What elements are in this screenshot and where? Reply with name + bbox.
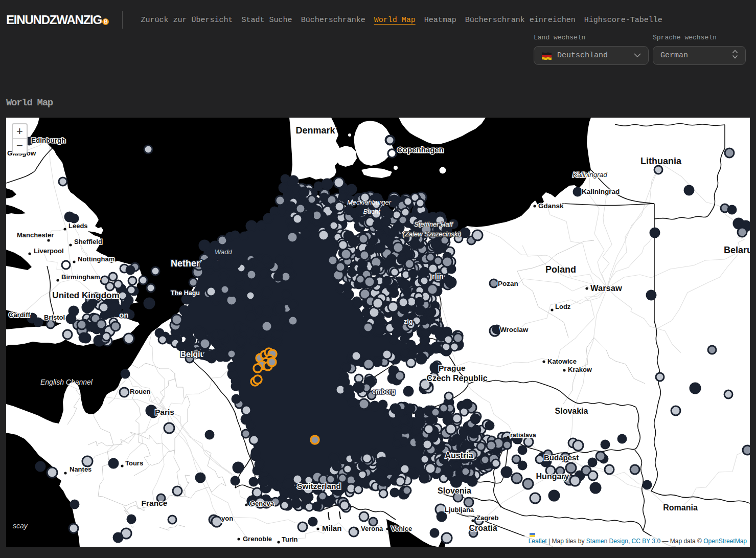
svg-text:Birmingham: Birmingham: [61, 273, 100, 281]
svg-text:Milan: Milan: [322, 524, 341, 532]
svg-text:Bucht: Bucht: [363, 208, 381, 215]
svg-text:Hungary: Hungary: [536, 472, 569, 481]
svg-text:Austria: Austria: [445, 451, 473, 460]
svg-text:Tours: Tours: [125, 459, 143, 467]
svg-text:Katowice: Katowice: [547, 358, 577, 365]
svg-text:The Hagu: The Hagu: [171, 289, 200, 297]
svg-text:Rouen: Rouen: [130, 388, 151, 395]
svg-text:Zagreb: Zagreb: [476, 514, 498, 522]
svg-text:Edinburgh: Edinburgh: [31, 137, 66, 144]
svg-text:scay: scay: [13, 522, 28, 530]
svg-text:Paris: Paris: [155, 408, 174, 416]
svg-text:Gdansk: Gdansk: [538, 202, 564, 210]
svg-text:Turin: Turin: [282, 535, 298, 543]
svg-text:Leeds: Leeds: [68, 222, 88, 230]
svg-text:Liverpool: Liverpool: [34, 247, 64, 255]
svg-text:English Channel: English Channel: [40, 378, 93, 386]
svg-text:United Kingdom: United Kingdom: [52, 291, 119, 300]
svg-text:Pozan: Pozan: [498, 280, 518, 287]
svg-text:Nantes: Nantes: [70, 465, 91, 473]
svg-text:Warsaw: Warsaw: [590, 283, 622, 293]
svg-text:France: France: [142, 499, 168, 507]
svg-text:Venice: Venice: [391, 525, 412, 532]
svg-text:Romania: Romania: [663, 503, 698, 512]
svg-text:emberg: emberg: [372, 388, 395, 395]
svg-text:Ljubljana: Ljubljana: [445, 506, 474, 514]
svg-text:Mecklenburger: Mecklenburger: [347, 198, 392, 206]
svg-text:Copenhagen: Copenhagen: [397, 145, 444, 154]
svg-text:Belarus: Belarus: [724, 245, 750, 255]
svg-text:Manchester: Manchester: [17, 231, 54, 239]
svg-text:Cardiff: Cardiff: [9, 311, 31, 319]
svg-text:Grenoble: Grenoble: [243, 535, 272, 543]
svg-text:Sheffield: Sheffield: [74, 238, 102, 245]
svg-text:Lodz: Lodz: [555, 303, 571, 310]
svg-text:Verona: Verona: [361, 525, 383, 532]
svg-text:Wadd: Wadd: [215, 248, 232, 256]
svg-text:Croatia: Croatia: [469, 524, 497, 532]
svg-text:(Zalew Szczecinski): (Zalew Szczecinski): [403, 230, 462, 238]
svg-text:Kaliningrad: Kaliningrad: [582, 188, 620, 195]
svg-text:Nottingham: Nottingham: [78, 255, 114, 263]
svg-text:Denmark: Denmark: [295, 125, 335, 136]
svg-text:yon: yon: [221, 515, 233, 522]
svg-text:Prague: Prague: [439, 364, 466, 372]
svg-text:Czech Republic: Czech Republic: [426, 374, 487, 383]
svg-text:Krakow: Krakow: [568, 366, 592, 373]
svg-text:Slovenia: Slovenia: [438, 486, 471, 495]
svg-text:on: on: [119, 310, 128, 319]
svg-text:Geneva: Geneva: [250, 500, 274, 507]
svg-text:ratislava: ratislava: [510, 432, 537, 439]
svg-text:Slovakia: Slovakia: [555, 407, 588, 415]
svg-text:Bristol: Bristol: [44, 314, 65, 321]
svg-text:Budapest: Budapest: [544, 453, 579, 462]
svg-text:Switzerland: Switzerland: [297, 482, 341, 490]
svg-text:rlin: rlin: [432, 272, 444, 280]
svg-text:Lithuania: Lithuania: [640, 156, 682, 166]
svg-text:Stettiner Haff: Stettiner Haff: [414, 220, 453, 228]
svg-text:zig: zig: [404, 318, 413, 325]
svg-text:Wroclaw: Wroclaw: [500, 326, 529, 333]
svg-text:Poland: Poland: [545, 264, 576, 275]
svg-text:Kaliningrad: Kaliningrad: [572, 171, 607, 178]
